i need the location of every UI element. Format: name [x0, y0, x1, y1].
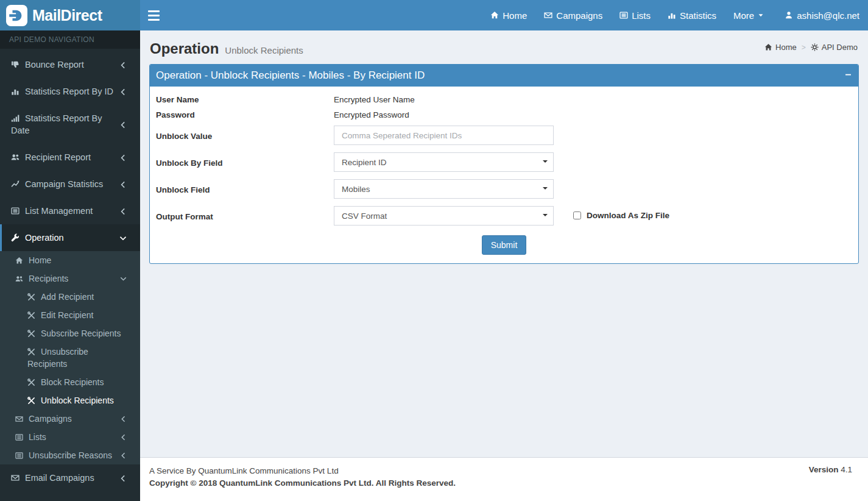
- sidebar-li-campaign-statistics: Campaign Statistics: [0, 171, 140, 197]
- topnav-label: ashish@qlc.net: [797, 10, 859, 21]
- sidebar-item-unsubscribe-recipients[interactable]: Unsubscribe Recipients: [0, 343, 140, 373]
- tools-icon: [27, 397, 35, 405]
- bar-chart-icon: [668, 11, 676, 20]
- topnav-label: Campaigns: [556, 10, 602, 21]
- sidebar-item-label: Edit Recipient: [41, 310, 93, 320]
- breadcrumb-link-home[interactable]: Home: [764, 43, 797, 52]
- chevron-left-icon: [119, 180, 127, 189]
- sidebar-item-label: Lists: [29, 432, 46, 442]
- topnav-label: Lists: [632, 10, 651, 21]
- chevron-left-icon: [119, 121, 127, 129]
- topnav-link-statistics[interactable]: Statistics: [659, 0, 725, 30]
- chevron-left-icon: [119, 154, 127, 162]
- unblock-value-input[interactable]: [334, 126, 554, 145]
- content: Operation - Unblock Recipients - Mobiles…: [140, 64, 868, 264]
- unblock-by-field-select[interactable]: Recipient ID: [334, 152, 554, 172]
- sidebar-item-label: Subscribe Recipients: [41, 329, 121, 338]
- unblock-field-row: Unblock Field Mobiles: [156, 179, 852, 199]
- sidebar-item-label: Home: [29, 255, 51, 265]
- version-label: Version: [809, 465, 839, 474]
- sidebar-item-operation[interactable]: Operation: [0, 224, 140, 251]
- sidebar-item-lists[interactable]: Lists: [0, 428, 140, 446]
- sidebar-li-recipients: RecipientsAdd RecipientEdit RecipientSub…: [0, 269, 140, 410]
- sidebar-item-label: Operation: [25, 233, 64, 243]
- breadcrumb-item: Home: [764, 43, 797, 52]
- sidebar-item-unsubscribe-reasons[interactable]: Unsubscribe Reasons: [0, 446, 140, 464]
- sidebar-item-campaign-statistics[interactable]: Campaign Statistics: [0, 171, 140, 197]
- footer-copyright-line: Copyright © 2018 QuantumLink Communicati…: [149, 477, 859, 489]
- tools-icon: [27, 378, 35, 386]
- collapse-button[interactable]: [844, 68, 852, 80]
- tools-icon: [27, 348, 35, 356]
- sidebar-item-recipients[interactable]: Recipients: [0, 269, 140, 288]
- list-icon: [15, 433, 23, 441]
- topnav-item: Lists: [611, 0, 659, 30]
- sidebar-item-unblock-recipients[interactable]: Unblock Recipients: [0, 391, 140, 410]
- breadcrumb-label: API Demo: [822, 43, 858, 52]
- chevron-left-icon: [119, 415, 127, 423]
- list-icon: [619, 11, 628, 20]
- sidebar-item-list-management[interactable]: List Management: [0, 197, 140, 224]
- sidebar-item-label: List Management: [25, 206, 93, 216]
- sidebar-item-edit-recipient[interactable]: Edit Recipient: [0, 306, 140, 324]
- breadcrumb-link-api-demo[interactable]: API Demo: [811, 43, 858, 52]
- brand-name: MailDirect: [32, 7, 102, 24]
- sidebar-item-statistics-report-by-date[interactable]: Statistics Report By Date: [0, 105, 140, 144]
- sidebar-item-statistics-report-by-id[interactable]: Statistics Report By ID: [0, 78, 140, 105]
- sidebar-item-label: Recipient Report: [25, 152, 91, 162]
- sidebar-item-label: Statistics Report By ID: [25, 87, 113, 96]
- sidebar-item-label: Unblock Recipients: [41, 396, 114, 405]
- sidebar-item-bounce-report[interactable]: Bounce Report: [0, 51, 140, 78]
- topnav-link-home[interactable]: Home: [482, 0, 535, 30]
- bar-chart-icon: [11, 87, 19, 96]
- sidebar-menu: Bounce ReportStatistics Report By IDStat…: [0, 51, 140, 491]
- output-format-label: Output Format: [156, 206, 334, 222]
- topnav-link-lists[interactable]: Lists: [611, 0, 659, 30]
- topnav-item: Statistics: [659, 0, 725, 30]
- topnav-link-ashish-qlc-net[interactable]: ashish@qlc.net: [776, 0, 868, 30]
- topnav-item: More: [725, 0, 776, 30]
- sidebar-item-label: Add Recipient: [41, 292, 94, 302]
- sidebar-li-home: Home: [0, 251, 140, 269]
- sidebar-item-recipient-report[interactable]: Recipient Report: [0, 144, 140, 171]
- password-value: Encrypted Password: [334, 109, 409, 121]
- topnav-link-campaigns[interactable]: Campaigns: [535, 0, 611, 30]
- signal-icon: [11, 114, 19, 123]
- user-name-label: User Name: [156, 94, 334, 105]
- password-row: Password Encrypted Password: [156, 109, 852, 121]
- sidebar-li-edit-recipient: Edit Recipient: [0, 306, 140, 324]
- unblock-field-select[interactable]: Mobiles: [334, 179, 554, 199]
- sidebar-item-home[interactable]: Home: [0, 251, 140, 269]
- panel-header: Operation - Unblock Recipients - Mobiles…: [150, 65, 858, 87]
- chevron-left-icon: [119, 207, 127, 216]
- submenu-operation: HomeRecipientsAdd RecipientEdit Recipien…: [0, 251, 140, 464]
- sidebar-toggle-button[interactable]: [140, 0, 168, 30]
- sidebar-item-label: Unsubscribe Reasons: [29, 450, 112, 460]
- thumbs-down-icon: [11, 60, 19, 69]
- sidebar-li-recipient-report: Recipient Report: [0, 144, 140, 171]
- maildirect-logo-icon: [6, 5, 27, 26]
- breadcrumb-label: Home: [775, 43, 797, 52]
- sidebar-item-label: Recipients: [29, 274, 68, 283]
- sidebar-item-add-recipient[interactable]: Add Recipient: [0, 288, 140, 306]
- sidebar-item-label: Campaigns: [29, 414, 72, 424]
- unblock-by-field-row: Unblock By Field Recipient ID: [156, 152, 852, 172]
- download-zip-checkbox[interactable]: [573, 211, 581, 219]
- envelope-icon: [11, 474, 19, 482]
- sidebar-li-subscribe-recipients: Subscribe Recipients: [0, 324, 140, 343]
- topnav-link-more[interactable]: More: [725, 0, 776, 30]
- submit-button[interactable]: Submit: [482, 235, 527, 255]
- sidebar-item-subscribe-recipients[interactable]: Subscribe Recipients: [0, 324, 140, 343]
- footer-service-line: A Service By QuantumLink Communications …: [149, 465, 859, 477]
- gear-icon: [811, 43, 819, 51]
- sidebar-item-campaigns[interactable]: Campaigns: [0, 410, 140, 428]
- brand-logo[interactable]: MailDirect: [0, 0, 140, 30]
- submenu-recipients: Add RecipientEdit RecipientSubscribe Rec…: [0, 288, 140, 410]
- sidebar-item-block-recipients[interactable]: Block Recipients: [0, 373, 140, 391]
- output-format-select[interactable]: CSV Format: [334, 206, 554, 226]
- user-name-row: User Name Encrypted User Name: [156, 94, 852, 105]
- breadcrumb-item: API Demo: [797, 43, 858, 52]
- download-zip-group: Download As Zip File: [573, 206, 669, 220]
- sidebar-item-email-campaigns[interactable]: Email Campaigns: [0, 464, 140, 491]
- tools-icon: [27, 330, 35, 338]
